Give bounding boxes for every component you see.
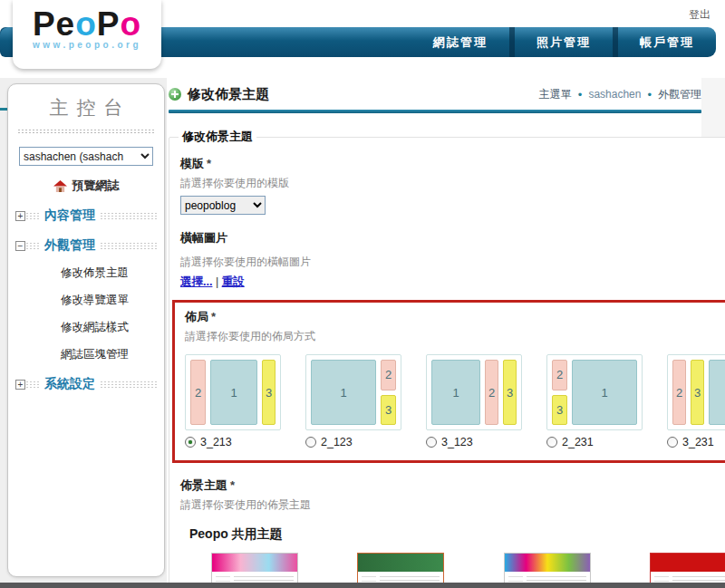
breadcrumb-appearance[interactable]: 外觀管理 [658, 87, 701, 102]
expander-icon[interactable]: + [15, 211, 25, 221]
expander-icon[interactable]: − [15, 241, 25, 251]
dotted-leader [100, 212, 157, 220]
layout-radio-row: 3_213 [185, 436, 281, 448]
dotted-leader [25, 242, 40, 250]
sidebar-subtree: 修改佈景主題修改導覽選單修改網誌樣式網誌區塊管理 [8, 265, 164, 362]
template-field-label: 模版* [180, 156, 725, 172]
sidebar-title: 主控台 [8, 95, 164, 120]
layout-diagram-2_231[interactable]: 231 [546, 354, 643, 430]
layout-column-stack: 23 [381, 360, 396, 425]
theme-group-title: Peopo 共用主題 [189, 526, 725, 543]
layout-diagram-2_123[interactable]: 123 [305, 354, 401, 430]
layout-radio-row: 3_231 [667, 436, 725, 448]
logo-letter: o [75, 5, 97, 43]
dotted-leader [100, 242, 157, 250]
layout-option-label: 2_231 [562, 436, 594, 448]
preview-blog-link[interactable]: 預覽網誌 [8, 178, 164, 194]
layout-column-stack: 23 [552, 360, 567, 425]
layout-diagram-3_213[interactable]: 213 [185, 354, 281, 430]
layout-radio-2_123[interactable] [305, 437, 316, 448]
layout-block-1: 1 [572, 360, 637, 425]
breadcrumb-main-menu[interactable]: 主選單 [539, 87, 572, 102]
sidebar-subitem-1[interactable]: 修改導覽選單 [8, 293, 164, 308]
layout-option-label: 3_123 [441, 436, 473, 448]
nav-item-0[interactable]: 網誌管理 [411, 27, 509, 57]
template-field-help: 請選擇你要使用的模版 [180, 176, 725, 191]
sidebar-section-0[interactable]: +內容管理 [8, 207, 164, 224]
layout-block-2: 2 [381, 360, 396, 390]
layout-diagram-3_123[interactable]: 123 [426, 354, 522, 430]
banner-reset-link[interactable]: 重設 [222, 275, 245, 288]
teal-divider [169, 110, 701, 113]
layout-option-label: 2_123 [321, 436, 353, 448]
layout-section-highlight: 佈局* 請選擇你要使用的佈局方式 2133_2131232_1231233_12… [172, 300, 725, 463]
layout-block-1: 1 [311, 360, 376, 425]
required-marker: * [207, 157, 211, 170]
theme-thumb-header [358, 554, 443, 572]
layout-block-1: 1 [210, 360, 257, 425]
logo-text: PeoPo [13, 7, 161, 42]
dotted-leader [25, 212, 40, 220]
template-select[interactable]: peopoblog [180, 196, 266, 215]
expander-icon[interactable]: + [15, 380, 25, 390]
logout-link[interactable]: 登出 [689, 7, 710, 23]
main-content: 修改佈景主題 主選單 • sashachen • 外觀管理 修改佈景主題 模版*… [169, 83, 701, 588]
user-select[interactable]: sashachen (sashach [19, 147, 153, 166]
layout-radio-3_213[interactable] [185, 437, 196, 448]
layout-block-3: 3 [691, 360, 704, 425]
banner-field-label: 橫幅圖片 [180, 230, 725, 246]
dotted-leader [100, 381, 157, 389]
layout-block-3: 3 [503, 360, 517, 425]
required-marker: * [211, 310, 216, 323]
layout-field-help: 請選擇你要使用的佈局方式 [185, 329, 725, 344]
sidebar-section-label: 外觀管理 [40, 237, 100, 254]
peopo-admin-window: 登出 網誌管理照片管理帳戶管理 PeoPo www.peopo.org 主控台 … [0, 0, 725, 588]
sidebar-subitem-0[interactable]: 修改佈景主題 [8, 265, 164, 281]
layout-radio-3_123[interactable] [426, 437, 437, 448]
layout-diagram-3_231[interactable]: 231 [667, 354, 725, 430]
layout-block-2: 2 [672, 360, 686, 425]
layout-field-label: 佈局* [185, 309, 725, 325]
breadcrumb-user: sashachen [588, 88, 641, 101]
layout-block-1: 1 [709, 360, 725, 425]
nav-item-2[interactable]: 帳戶管理 [618, 27, 716, 57]
layout-option-3_123: 1233_123 [426, 354, 522, 448]
layout-radio-row: 2_231 [546, 436, 643, 448]
sidebar-tree: +內容管理−外觀管理修改佈景主題修改導覽選單修改網誌樣式網誌區塊管理+系統設定 [8, 207, 164, 392]
nav-item-1[interactable]: 照片管理 [515, 27, 613, 57]
sidebar-subitem-2[interactable]: 修改網誌樣式 [8, 320, 164, 335]
breadcrumb-separator: • [647, 88, 652, 101]
theme-field-help: 請選擇你要使用的佈景主題 [180, 497, 725, 513]
layout-block-2: 2 [485, 360, 498, 425]
layout-option-2_123: 1232_123 [305, 354, 401, 448]
preview-blog-label: 預覽網誌 [72, 178, 120, 194]
layout-options: 2133_2131232_1231233_1232312_2312313_231 [185, 354, 725, 448]
logo-letter: P [33, 5, 56, 43]
breadcrumb: 主選單 • sashachen • 外觀管理 [539, 87, 701, 102]
dotted-leader [25, 381, 40, 389]
logo-letter: e [56, 5, 76, 43]
theme-thumb-header [212, 554, 297, 572]
banner-links: 選擇... | 重設 [180, 275, 725, 290]
logo-url: www.peopo.org [13, 40, 161, 50]
banner-choose-link[interactable]: 選擇... [180, 275, 212, 288]
layout-block-1: 1 [431, 360, 480, 425]
layout-radio-3_231[interactable] [667, 437, 678, 448]
layout-block-2: 2 [190, 360, 206, 425]
layout-option-label: 3_231 [682, 436, 714, 448]
layout-option-3_213: 2133_213 [185, 354, 281, 448]
layout-block-3: 3 [381, 395, 396, 426]
layout-block-3: 3 [552, 395, 567, 426]
home-icon [53, 180, 67, 192]
layout-radio-2_231[interactable] [546, 437, 557, 448]
sidebar-section-1[interactable]: −外觀管理 [8, 237, 164, 254]
layout-option-3_231: 2313_231 [667, 354, 725, 448]
page-title: 修改佈景主題 [188, 86, 269, 103]
layout-block-3: 3 [262, 360, 276, 425]
layout-radio-row: 3_123 [426, 436, 522, 448]
logo[interactable]: PeoPo www.peopo.org [13, 0, 161, 69]
sidebar-section-2[interactable]: +系統設定 [8, 376, 164, 392]
sidebar-subitem-3[interactable]: 網誌區塊管理 [8, 347, 164, 362]
sidebar-section-label: 系統設定 [40, 376, 100, 392]
layout-option-2_231: 2312_231 [546, 354, 643, 448]
